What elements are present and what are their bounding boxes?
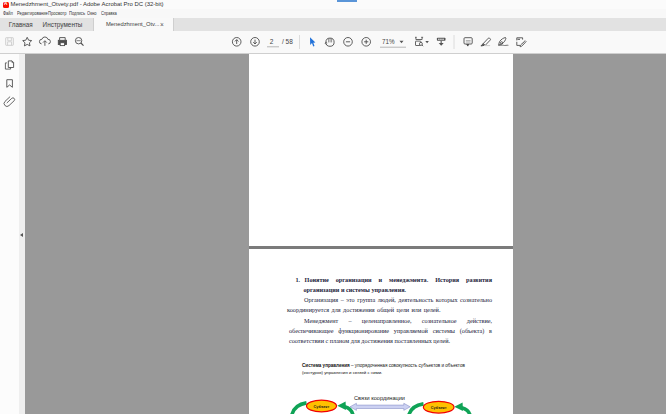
svg-text:/ 58: / 58 — [282, 38, 293, 45]
svg-text:2: 2 — [270, 38, 274, 45]
svg-text:Связи координации: Связи координации — [354, 395, 405, 401]
svg-text:71%: 71% — [382, 38, 395, 45]
svg-text:Субъект: Субъект — [314, 405, 330, 409]
svg-text:Субъект: Субъект — [431, 406, 447, 410]
